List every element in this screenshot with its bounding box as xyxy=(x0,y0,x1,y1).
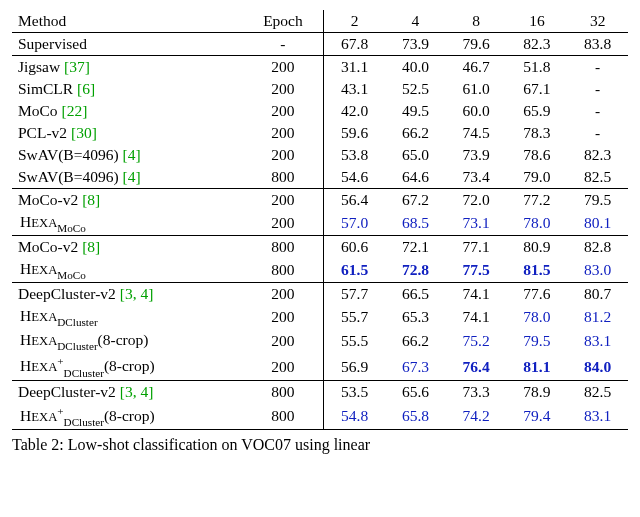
table-row: MoCo [22]20042.049.560.065.9- xyxy=(12,100,628,122)
method-cell: DeepCluster-v2 [3, 4] xyxy=(12,380,243,403)
value-cell: 80.1 xyxy=(567,211,628,236)
value-cell: 31.1 xyxy=(324,56,385,79)
value-cell: 65.8 xyxy=(385,403,446,430)
value-cell: 84.0 xyxy=(567,353,628,380)
method-cell: Jigsaw [37] xyxy=(12,56,243,79)
value-cell: 82.3 xyxy=(567,144,628,166)
citation: [8] xyxy=(82,191,100,208)
value-cell: 83.1 xyxy=(567,329,628,353)
value-cell: 79.5 xyxy=(567,189,628,212)
table-row: HEXADCluster20055.765.374.178.081.2 xyxy=(12,305,628,329)
value-cell: 74.1 xyxy=(446,283,507,306)
epoch-cell: 800 xyxy=(243,236,324,259)
value-cell: 77.5 xyxy=(446,258,507,283)
value-cell: 67.2 xyxy=(385,189,446,212)
value-cell: 46.7 xyxy=(446,56,507,79)
value-cell: 65.3 xyxy=(385,305,446,329)
method-cell: HEXAMoCo xyxy=(12,258,243,283)
value-cell: 72.1 xyxy=(385,236,446,259)
method-cell: Supervised xyxy=(12,33,243,56)
method-cell: HEXADCluster xyxy=(12,305,243,329)
table-row: DeepCluster-v2 [3, 4]20057.766.574.177.6… xyxy=(12,283,628,306)
value-cell: 81.5 xyxy=(507,258,568,283)
epoch-cell: 800 xyxy=(243,166,324,189)
value-cell: 66.5 xyxy=(385,283,446,306)
value-cell: 78.6 xyxy=(507,144,568,166)
table-caption: Table 2: Low-shot classification on VOC0… xyxy=(12,436,628,454)
col-header-32: 32 xyxy=(567,10,628,33)
value-cell: 75.2 xyxy=(446,329,507,353)
value-cell: 76.4 xyxy=(446,353,507,380)
value-cell: 83.8 xyxy=(567,33,628,56)
caption-label: Table 2: xyxy=(12,436,64,453)
value-cell: 54.8 xyxy=(324,403,385,430)
value-cell: 82.3 xyxy=(507,33,568,56)
value-cell: 73.9 xyxy=(446,144,507,166)
value-cell: 78.0 xyxy=(507,305,568,329)
value-cell: - xyxy=(567,100,628,122)
col-header-epoch: Epoch xyxy=(243,10,324,33)
table-row: Jigsaw [37]20031.140.046.751.8- xyxy=(12,56,628,79)
table-row: HEXAMoCo80061.572.877.581.583.0 xyxy=(12,258,628,283)
epoch-cell: 200 xyxy=(243,305,324,329)
epoch-cell: 800 xyxy=(243,380,324,403)
value-cell: 67.3 xyxy=(385,353,446,380)
table-row: SimCLR [6]20043.152.561.067.1- xyxy=(12,78,628,100)
value-cell: 61.5 xyxy=(324,258,385,283)
value-cell: 72.0 xyxy=(446,189,507,212)
value-cell: 61.0 xyxy=(446,78,507,100)
method-cell: HEXAMoCo xyxy=(12,211,243,236)
table-row: SwAV(B=4096) [4]80054.664.673.479.082.5 xyxy=(12,166,628,189)
method-cell: HEXADCluster(8-crop) xyxy=(12,329,243,353)
epoch-cell: 200 xyxy=(243,329,324,353)
citation: [3, 4] xyxy=(120,383,154,400)
epoch-cell: 200 xyxy=(243,122,324,144)
method-cell: MoCo [22] xyxy=(12,100,243,122)
col-header-4: 4 xyxy=(385,10,446,33)
value-cell: 77.2 xyxy=(507,189,568,212)
citation: [30] xyxy=(71,124,97,141)
value-cell: 73.1 xyxy=(446,211,507,236)
value-cell: 57.0 xyxy=(324,211,385,236)
value-cell: - xyxy=(567,122,628,144)
value-cell: 79.4 xyxy=(507,403,568,430)
table-row: PCL-v2 [30]20059.666.274.578.3- xyxy=(12,122,628,144)
results-table: MethodEpoch2481632Supervised-67.873.979.… xyxy=(12,10,628,430)
citation: [4] xyxy=(122,146,140,163)
value-cell: 81.1 xyxy=(507,353,568,380)
value-cell: 78.3 xyxy=(507,122,568,144)
epoch-cell: 200 xyxy=(243,189,324,212)
value-cell: 72.8 xyxy=(385,258,446,283)
epoch-cell: 200 xyxy=(243,78,324,100)
value-cell: 42.0 xyxy=(324,100,385,122)
value-cell: 66.2 xyxy=(385,329,446,353)
value-cell: 77.6 xyxy=(507,283,568,306)
value-cell: 74.1 xyxy=(446,305,507,329)
value-cell: 59.6 xyxy=(324,122,385,144)
value-cell: 55.5 xyxy=(324,329,385,353)
table-row: MoCo-v2 [8]20056.467.272.077.279.5 xyxy=(12,189,628,212)
table-row: HEXA+DCluster(8-crop)20056.967.376.481.1… xyxy=(12,353,628,380)
value-cell: 60.0 xyxy=(446,100,507,122)
value-cell: 74.2 xyxy=(446,403,507,430)
method-cell: SwAV(B=4096) [4] xyxy=(12,166,243,189)
citation: [3, 4] xyxy=(120,285,154,302)
value-cell: - xyxy=(567,56,628,79)
value-cell: 65.6 xyxy=(385,380,446,403)
value-cell: 79.6 xyxy=(446,33,507,56)
table-row: HEXADCluster(8-crop)20055.566.275.279.58… xyxy=(12,329,628,353)
value-cell: 60.6 xyxy=(324,236,385,259)
epoch-cell: 200 xyxy=(243,211,324,236)
method-cell: HEXA+DCluster(8-crop) xyxy=(12,353,243,380)
value-cell: 77.1 xyxy=(446,236,507,259)
method-cell: PCL-v2 [30] xyxy=(12,122,243,144)
value-cell: 81.2 xyxy=(567,305,628,329)
value-cell: 82.5 xyxy=(567,166,628,189)
value-cell: 49.5 xyxy=(385,100,446,122)
citation: [8] xyxy=(82,238,100,255)
value-cell: 51.8 xyxy=(507,56,568,79)
value-cell: 78.0 xyxy=(507,211,568,236)
epoch-cell: 800 xyxy=(243,403,324,430)
col-header-16: 16 xyxy=(507,10,568,33)
method-cell: MoCo-v2 [8] xyxy=(12,189,243,212)
